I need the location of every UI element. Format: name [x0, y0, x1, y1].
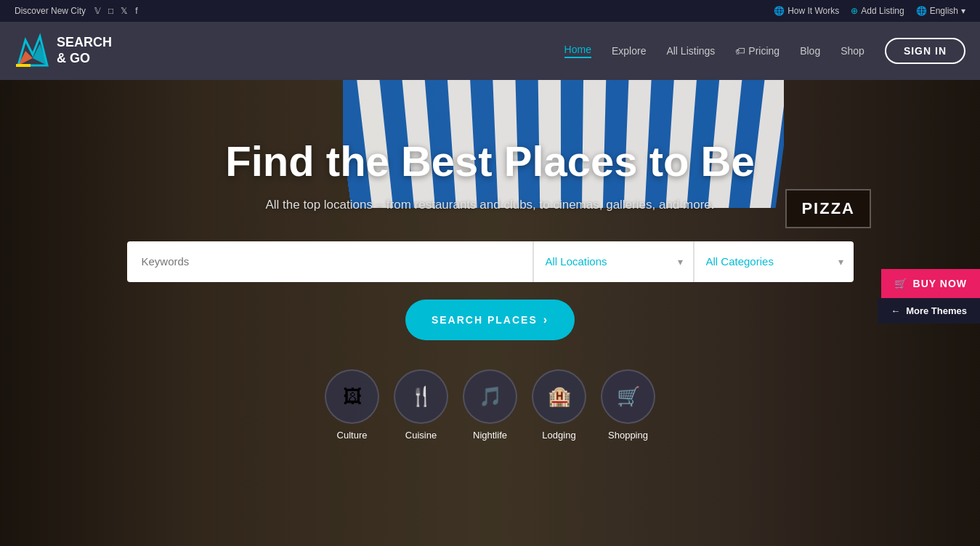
culture-icon: 🖼	[343, 385, 362, 408]
globe-icon: 🌐	[774, 6, 785, 16]
locations-select[interactable]: All Locations	[533, 241, 693, 282]
nav-all-listings[interactable]: All Listings	[666, 45, 715, 57]
arrow-left-icon: ←	[891, 305, 900, 316]
locations-select-wrapper: All Locations	[532, 241, 693, 282]
logo[interactable]: SEARCH & GO	[15, 33, 112, 69]
search-places-button[interactable]: SEARCH PLACES ›	[405, 300, 575, 340]
facebook-icon[interactable]: f	[135, 6, 137, 16]
category-lodging[interactable]: 🏨 Lodging	[532, 369, 586, 441]
top-bar-right: 🌐 How It Works ⊕ Add Listing 🌐 English ▾	[774, 6, 965, 16]
nightlife-icon: 🎵	[479, 385, 502, 408]
category-circles: 🖼 Culture 🍴 Cuisine 🎵 Nightlife 🏨	[15, 369, 965, 441]
category-culture[interactable]: 🖼 Culture	[325, 369, 379, 441]
search-bar: All Locations All Categories	[127, 241, 854, 282]
nightlife-label: Nightlife	[473, 430, 507, 441]
cart-icon: 🛒	[894, 278, 907, 289]
category-shopping[interactable]: 🛒 Shopping	[601, 369, 655, 441]
nav-shop[interactable]: Shop	[841, 45, 864, 57]
buy-now-sidebar: 🛒 BUY NOW ← More Themes	[878, 269, 980, 324]
cuisine-label: Cuisine	[405, 430, 437, 441]
vimeo-icon[interactable]: 𝕍	[94, 6, 101, 16]
svg-rect-3	[16, 64, 31, 67]
shopping-label: Shopping	[608, 430, 648, 441]
hero-title: Find the Best Places to Be	[15, 138, 965, 185]
search-button-wrapper: SEARCH PLACES ›	[15, 294, 965, 340]
top-bar-left: Discover New City 𝕍 □ 𝕏 f	[15, 6, 138, 16]
logo-svg	[15, 33, 51, 69]
search-keywords-input[interactable]	[127, 241, 532, 282]
add-listing-link[interactable]: ⊕ Add Listing	[851, 6, 904, 16]
cuisine-icon: 🍴	[410, 385, 433, 408]
lodging-icon: 🏨	[548, 385, 571, 408]
how-it-works-link[interactable]: 🌐 How It Works	[774, 6, 839, 16]
nav-pricing[interactable]: 🏷 Pricing	[735, 45, 779, 57]
categories-select-wrapper: All Categories	[693, 241, 854, 282]
buy-now-button[interactable]: 🛒 BUY NOW	[881, 269, 980, 298]
lodging-label: Lodging	[542, 430, 575, 441]
hero-subtitle: All the top locations – from restaurants…	[15, 198, 965, 212]
shopping-icon-circle: 🛒	[601, 369, 655, 424]
social-icons: 𝕍 □ 𝕏 f	[94, 6, 138, 16]
main-navigation: SEARCH & GO Home Explore All Listings 🏷 …	[0, 22, 980, 80]
hero-section: PIZZA Find the Best Places to Be All the…	[0, 80, 980, 546]
chevron-down-icon: ▾	[961, 6, 965, 16]
brand-name: Discover New City	[15, 6, 86, 16]
logo-text: SEARCH & GO	[57, 35, 112, 66]
nav-blog[interactable]: Blog	[800, 45, 820, 57]
nav-explore[interactable]: Explore	[612, 45, 646, 57]
twitter-icon[interactable]: 𝕏	[121, 6, 128, 16]
cuisine-icon-circle: 🍴	[394, 369, 448, 424]
plus-icon: ⊕	[851, 6, 858, 16]
arrow-right-icon: ›	[543, 313, 548, 326]
more-themes-button[interactable]: ← More Themes	[878, 298, 980, 324]
lodging-icon-circle: 🏨	[532, 369, 586, 424]
nightlife-icon-circle: 🎵	[463, 369, 517, 424]
category-nightlife[interactable]: 🎵 Nightlife	[463, 369, 517, 441]
shopping-icon: 🛒	[617, 385, 640, 408]
category-cuisine[interactable]: 🍴 Cuisine	[394, 369, 448, 441]
flag-icon: 🌐	[916, 6, 927, 16]
nav-links: Home Explore All Listings 🏷 Pricing Blog…	[564, 38, 965, 64]
nav-home[interactable]: Home	[564, 44, 591, 58]
categories-select[interactable]: All Categories	[694, 241, 854, 282]
hero-content: Find the Best Places to Be All the top l…	[0, 138, 980, 441]
instagram-icon[interactable]: □	[108, 6, 113, 16]
culture-icon-circle: 🖼	[325, 369, 379, 424]
top-bar: Discover New City 𝕍 □ 𝕏 f 🌐 How It Works…	[0, 0, 980, 22]
pricing-tag-icon: 🏷	[735, 45, 745, 57]
sign-in-button[interactable]: SIGN IN	[885, 38, 965, 64]
culture-label: Culture	[337, 430, 368, 441]
language-selector[interactable]: 🌐 English ▾	[916, 6, 965, 16]
